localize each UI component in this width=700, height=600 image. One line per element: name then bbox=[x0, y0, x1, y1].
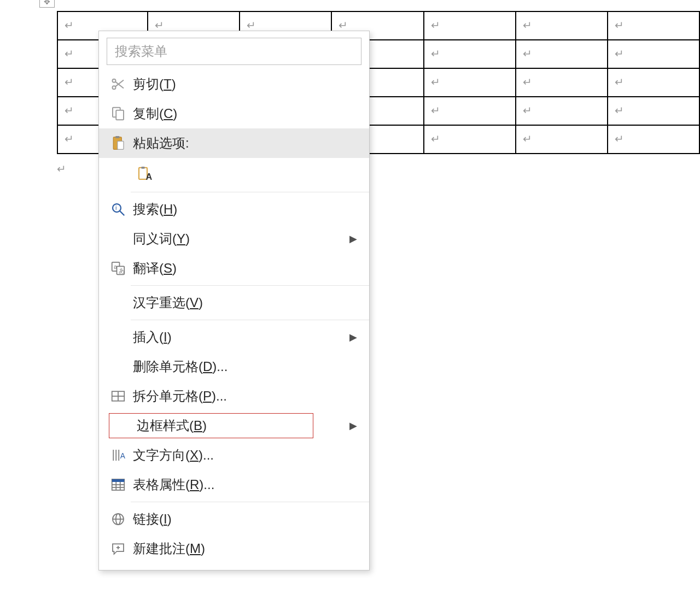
cell-paragraph-mark: ↵ bbox=[431, 132, 440, 145]
submenu-arrow-icon: ▶ bbox=[345, 420, 361, 432]
svg-text:A: A bbox=[120, 452, 126, 460]
menu-label: 同义词(Y) bbox=[133, 230, 345, 248]
menu-item-new-comment[interactable]: 新建批注(M) bbox=[99, 534, 369, 563]
table-cell[interactable]: ↵ bbox=[608, 68, 699, 97]
cell-paragraph-mark: ↵ bbox=[431, 47, 440, 60]
scissors-icon bbox=[103, 76, 133, 92]
menu-label: 链接(I) bbox=[133, 510, 361, 528]
search-input[interactable] bbox=[115, 44, 353, 59]
paragraph-mark: ↵ bbox=[57, 162, 66, 175]
cell-paragraph-mark: ↵ bbox=[339, 19, 348, 32]
table-move-handle[interactable]: ✥ bbox=[39, 0, 55, 8]
menu-item-table-properties[interactable]: 表格属性(R)... bbox=[99, 470, 369, 499]
menu-item-cut[interactable]: 剪切(T) bbox=[99, 69, 369, 99]
cell-paragraph-mark: ↵ bbox=[247, 19, 256, 32]
menu-separator bbox=[131, 502, 369, 502]
svg-rect-5 bbox=[116, 110, 124, 120]
menu-item-copy[interactable]: 复制(C) bbox=[99, 99, 369, 128]
cell-paragraph-mark: ↵ bbox=[65, 19, 74, 32]
menu-label: 插入(I) bbox=[133, 328, 345, 346]
cell-paragraph-mark: ↵ bbox=[431, 19, 440, 32]
menu-search-box[interactable] bbox=[107, 38, 361, 65]
menu-item-split-cells[interactable]: 拆分单元格(P)... bbox=[99, 381, 369, 411]
svg-text:A: A bbox=[146, 172, 153, 181]
menu-item-translate[interactable]: a あ 翻译(S) bbox=[99, 254, 369, 283]
cell-paragraph-mark: ↵ bbox=[615, 19, 624, 32]
menu-separator bbox=[131, 285, 369, 286]
cell-paragraph-mark: ↵ bbox=[65, 47, 74, 60]
cell-paragraph-mark: ↵ bbox=[615, 132, 624, 145]
context-menu: 剪切(T) 复制(C) 粘贴选项: bbox=[98, 31, 370, 570]
cell-paragraph-mark: ↵ bbox=[431, 75, 440, 89]
table-cell[interactable]: ↵ bbox=[424, 40, 516, 68]
table-cell[interactable]: ↵ bbox=[516, 125, 608, 154]
table-cell[interactable]: ↵ bbox=[424, 125, 516, 154]
cell-paragraph-mark: ↵ bbox=[65, 104, 74, 117]
table-cell[interactable]: ↵ bbox=[516, 11, 608, 40]
paste-options-row: A bbox=[99, 158, 369, 190]
cell-paragraph-mark: ↵ bbox=[431, 104, 440, 117]
cell-paragraph-mark: ↵ bbox=[155, 19, 164, 32]
menu-label: 粘贴选项: bbox=[133, 134, 361, 152]
menu-item-insert[interactable]: 插入(I) ▶ bbox=[99, 322, 369, 352]
comment-icon bbox=[103, 540, 133, 557]
table-cell[interactable]: ↵ bbox=[424, 97, 516, 125]
split-cells-icon bbox=[103, 388, 133, 404]
menu-label: 文字方向(X)... bbox=[133, 446, 361, 464]
table-cell[interactable]: ↵ bbox=[608, 125, 699, 154]
table-cell[interactable]: ↵ bbox=[608, 11, 699, 40]
table-cell[interactable]: ↵ bbox=[516, 68, 608, 97]
svg-rect-27 bbox=[112, 479, 125, 482]
cell-paragraph-mark: ↵ bbox=[615, 47, 624, 60]
cell-paragraph-mark: ↵ bbox=[65, 132, 74, 145]
link-icon bbox=[103, 511, 133, 527]
table-cell[interactable]: ↵ bbox=[424, 11, 516, 40]
cell-paragraph-mark: ↵ bbox=[523, 47, 532, 60]
clipboard-icon bbox=[103, 135, 133, 151]
table-properties-icon bbox=[103, 477, 133, 493]
menu-item-search[interactable]: i 搜索(H) bbox=[99, 195, 369, 224]
cell-paragraph-mark: ↵ bbox=[615, 104, 624, 117]
menu-label: 剪切(T) bbox=[133, 75, 361, 93]
menu-label: 汉字重选(V) bbox=[133, 294, 361, 311]
svg-point-12 bbox=[113, 204, 121, 212]
cell-paragraph-mark: ↵ bbox=[615, 75, 624, 89]
menu-item-text-direction[interactable]: A 文字方向(X)... bbox=[99, 440, 369, 470]
menu-label: 边框样式(B) bbox=[137, 417, 313, 434]
menu-item-hanzi-reselect[interactable]: 汉字重选(V) bbox=[99, 288, 369, 317]
cell-paragraph-mark: ↵ bbox=[523, 132, 532, 145]
menu-label: 删除单元格(D)... bbox=[133, 358, 361, 375]
menu-label: 搜索(H) bbox=[133, 201, 361, 218]
menu-item-border-style[interactable]: 边框样式(B) ▶ bbox=[99, 411, 369, 440]
menu-item-paste-options[interactable]: 粘贴选项: bbox=[99, 128, 369, 158]
menu-label: 新建批注(M) bbox=[133, 540, 361, 557]
menu-separator bbox=[131, 320, 369, 320]
svg-rect-7 bbox=[115, 136, 120, 138]
table-cell[interactable]: ↵ bbox=[608, 40, 699, 68]
svg-text:i: i bbox=[115, 204, 117, 211]
border-style-highlight: 边框样式(B) bbox=[109, 413, 313, 438]
submenu-arrow-icon: ▶ bbox=[345, 233, 361, 245]
cell-paragraph-mark: ↵ bbox=[523, 19, 532, 32]
submenu-arrow-icon: ▶ bbox=[345, 331, 361, 343]
menu-item-delete-cells[interactable]: 删除单元格(D)... bbox=[99, 352, 369, 381]
cell-paragraph-mark: ↵ bbox=[523, 104, 532, 117]
text-direction-icon: A bbox=[103, 447, 133, 463]
menu-item-synonyms[interactable]: 同义词(Y) ▶ bbox=[99, 224, 369, 254]
table-cell[interactable]: ↵ bbox=[516, 40, 608, 68]
table-cell[interactable]: ↵ bbox=[424, 68, 516, 97]
table-cell[interactable]: ↵ bbox=[608, 97, 699, 125]
table-cell[interactable]: ↵ bbox=[516, 97, 608, 125]
menu-item-link[interactable]: 链接(I) bbox=[99, 504, 369, 534]
svg-text:あ: あ bbox=[119, 267, 125, 274]
svg-point-1 bbox=[113, 86, 116, 89]
svg-line-13 bbox=[120, 211, 124, 215]
svg-rect-8 bbox=[118, 141, 124, 149]
menu-label: 拆分单元格(P)... bbox=[133, 387, 361, 405]
copy-icon bbox=[103, 105, 133, 122]
move-icon: ✥ bbox=[44, 0, 50, 6]
menu-label: 复制(C) bbox=[133, 105, 361, 122]
svg-rect-10 bbox=[141, 167, 144, 169]
paste-text-only-button[interactable]: A bbox=[133, 162, 156, 185]
menu-label: 翻译(S) bbox=[133, 260, 361, 277]
